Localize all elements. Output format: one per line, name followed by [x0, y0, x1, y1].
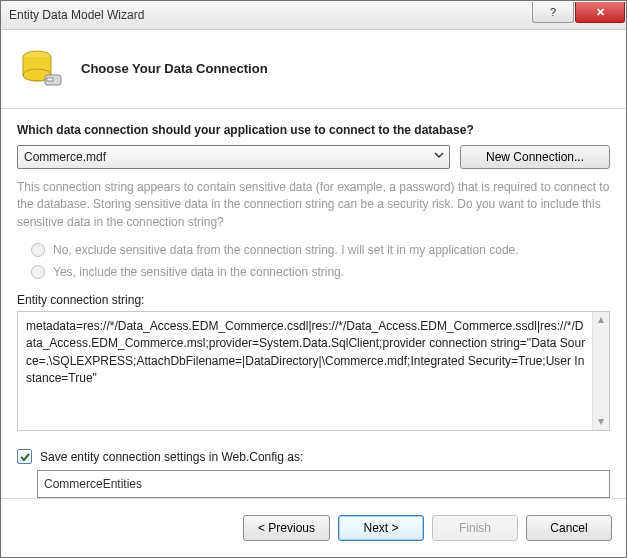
wizard-footer: < Previous Next > Finish Cancel: [1, 498, 626, 557]
connection-string-label: Entity connection string:: [17, 293, 610, 307]
finish-button: Finish: [432, 515, 518, 541]
header-title: Choose Your Data Connection: [81, 61, 268, 76]
previous-button[interactable]: < Previous: [243, 515, 330, 541]
connection-question: Which data connection should your applic…: [17, 123, 610, 137]
config-name-input[interactable]: [37, 470, 610, 498]
wizard-window: Entity Data Model Wizard ? ✕ Choose Your…: [0, 0, 627, 558]
check-icon: [20, 452, 30, 462]
scroll-down-icon[interactable]: ▾: [593, 414, 609, 430]
svg-rect-3: [47, 78, 53, 81]
scroll-up-icon[interactable]: ▴: [593, 312, 609, 328]
next-button[interactable]: Next >: [338, 515, 424, 541]
radio-icon: [31, 243, 45, 257]
radio-exclude-sensitive: No, exclude sensitive data from the conn…: [31, 243, 610, 257]
connection-string-box[interactable]: metadata=res://*/Data_Access.EDM_Commerc…: [17, 311, 610, 431]
save-settings-label: Save entity connection settings in Web.C…: [40, 450, 303, 464]
help-button[interactable]: ?: [532, 2, 574, 23]
chevron-down-icon: [433, 149, 445, 164]
radio-exclude-label: No, exclude sensitive data from the conn…: [53, 243, 519, 257]
cancel-button[interactable]: Cancel: [526, 515, 612, 541]
scrollbar[interactable]: ▴ ▾: [592, 312, 609, 430]
help-icon: ?: [550, 6, 556, 18]
new-connection-button[interactable]: New Connection...: [460, 145, 610, 169]
save-settings-checkbox[interactable]: [17, 449, 32, 464]
close-icon: ✕: [596, 6, 605, 19]
wizard-body: Which data connection should your applic…: [1, 109, 626, 498]
save-settings-row: Save entity connection settings in Web.C…: [17, 449, 610, 464]
database-icon: [17, 45, 65, 93]
radio-icon: [31, 265, 45, 279]
window-title: Entity Data Model Wizard: [9, 8, 532, 22]
connection-selected-value: Commerce.mdf: [24, 150, 106, 164]
titlebar[interactable]: Entity Data Model Wizard ? ✕: [1, 1, 626, 30]
radio-include-label: Yes, include the sensitive data in the c…: [53, 265, 344, 279]
connection-string-value: metadata=res://*/Data_Access.EDM_Commerc…: [26, 319, 585, 385]
close-button[interactable]: ✕: [575, 2, 625, 23]
wizard-header: Choose Your Data Connection: [1, 30, 626, 109]
sensitive-data-note: This connection string appears to contai…: [17, 179, 610, 231]
connection-dropdown[interactable]: Commerce.mdf: [17, 145, 450, 169]
radio-include-sensitive: Yes, include the sensitive data in the c…: [31, 265, 610, 279]
connection-row: Commerce.mdf New Connection...: [17, 145, 610, 169]
